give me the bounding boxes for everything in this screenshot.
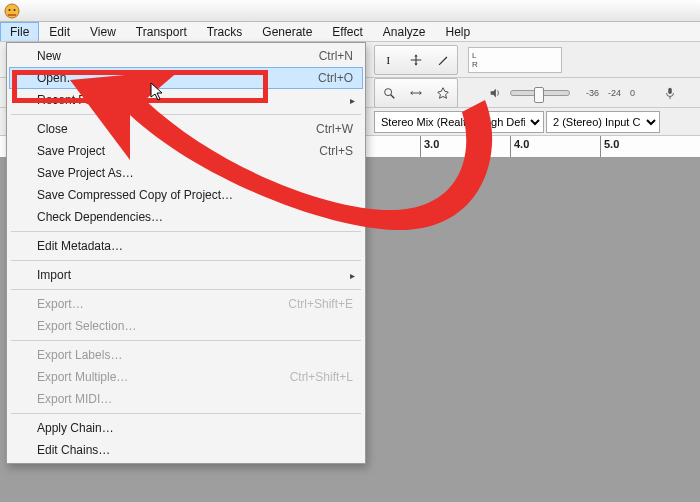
menu-analyze[interactable]: Analyze bbox=[373, 22, 436, 41]
file-menu-item[interactable]: Save ProjectCtrl+S bbox=[9, 140, 363, 162]
menu-item-label: Open… bbox=[37, 71, 78, 85]
svg-point-4 bbox=[385, 88, 392, 95]
multi-tool-icon[interactable] bbox=[430, 80, 456, 106]
menu-effect[interactable]: Effect bbox=[322, 22, 372, 41]
file-menu-item[interactable]: Save Project As… bbox=[9, 162, 363, 184]
titlebar bbox=[0, 0, 700, 22]
input-device-select[interactable]: Stereo Mix (Realtek High Definit bbox=[374, 111, 544, 133]
menu-separator bbox=[11, 231, 361, 232]
menu-item-label: Import bbox=[37, 268, 71, 282]
svg-line-5 bbox=[391, 94, 395, 98]
svg-rect-6 bbox=[668, 87, 672, 93]
menu-item-label: Export Multiple… bbox=[37, 370, 128, 384]
ruler-tick: 4.0 bbox=[514, 138, 529, 150]
menu-item-label: Export Selection… bbox=[37, 319, 136, 333]
menu-separator bbox=[11, 260, 361, 261]
menu-edit[interactable]: Edit bbox=[39, 22, 80, 41]
meter-left-label: L bbox=[472, 51, 561, 60]
menu-separator bbox=[11, 114, 361, 115]
tool-group-zoom bbox=[374, 78, 458, 108]
zoom-tool-icon[interactable] bbox=[376, 80, 402, 106]
file-menu-item[interactable]: Edit Chains… bbox=[9, 439, 363, 461]
file-menu-item[interactable]: CloseCtrl+W bbox=[9, 118, 363, 140]
menubar: File Edit View Transport Tracks Generate… bbox=[0, 22, 700, 42]
envelope-tool-icon[interactable] bbox=[403, 47, 429, 73]
menu-separator bbox=[11, 340, 361, 341]
file-menu-item[interactable]: Check Dependencies… bbox=[9, 206, 363, 228]
menu-view[interactable]: View bbox=[80, 22, 126, 41]
svg-point-2 bbox=[14, 9, 16, 11]
menu-item-label: Save Project bbox=[37, 144, 105, 158]
menu-item-label: Edit Chains… bbox=[37, 443, 110, 457]
menu-generate[interactable]: Generate bbox=[252, 22, 322, 41]
menu-item-shortcut: Ctrl+S bbox=[319, 144, 353, 158]
draw-tool-icon[interactable] bbox=[430, 47, 456, 73]
file-dropdown: NewCtrl+NOpen…Ctrl+ORecent FilesCloseCtr… bbox=[6, 42, 366, 464]
microphone-icon bbox=[657, 80, 683, 106]
menu-item-label: Save Project As… bbox=[37, 166, 134, 180]
file-menu-item[interactable]: Apply Chain… bbox=[9, 417, 363, 439]
db-tick: -36 bbox=[586, 88, 599, 98]
output-volume-icon bbox=[482, 80, 508, 106]
file-menu-item[interactable]: Edit Metadata… bbox=[9, 235, 363, 257]
output-volume-slider[interactable] bbox=[510, 90, 570, 96]
menu-tracks[interactable]: Tracks bbox=[197, 22, 253, 41]
menu-help[interactable]: Help bbox=[436, 22, 481, 41]
file-menu-item[interactable]: NewCtrl+N bbox=[9, 45, 363, 67]
menu-item-label: Export… bbox=[37, 297, 84, 311]
selection-tool-icon[interactable]: I bbox=[376, 47, 402, 73]
db-tick: 0 bbox=[630, 88, 635, 98]
db-scale: -36 -24 0 bbox=[582, 88, 639, 98]
meter-box[interactable]: L R bbox=[468, 47, 562, 73]
file-menu-item[interactable]: Save Compressed Copy of Project… bbox=[9, 184, 363, 206]
menu-item-label: Export MIDI… bbox=[37, 392, 112, 406]
input-channels-select[interactable]: 2 (Stereo) Input C bbox=[546, 111, 660, 133]
menu-item-shortcut: Ctrl+O bbox=[318, 71, 353, 85]
file-menu-item: Export Multiple…Ctrl+Shift+L bbox=[9, 366, 363, 388]
file-menu-item[interactable]: Import bbox=[9, 264, 363, 286]
menu-transport[interactable]: Transport bbox=[126, 22, 197, 41]
app-icon bbox=[4, 3, 20, 19]
menu-item-shortcut: Ctrl+N bbox=[319, 49, 353, 63]
ruler-tick: 3.0 bbox=[424, 138, 439, 150]
file-menu-item: Export…Ctrl+Shift+E bbox=[9, 293, 363, 315]
meter-right-label: R bbox=[472, 60, 561, 69]
menu-item-shortcut: Ctrl+Shift+L bbox=[290, 370, 353, 384]
file-menu-item: Export Labels… bbox=[9, 344, 363, 366]
file-menu-item[interactable]: Open…Ctrl+O bbox=[9, 67, 363, 89]
tool-group-edit: I bbox=[374, 45, 458, 75]
menu-item-label: Close bbox=[37, 122, 68, 136]
file-menu-item: Export Selection… bbox=[9, 315, 363, 337]
menu-item-shortcut: Ctrl+Shift+E bbox=[288, 297, 353, 311]
menu-item-label: Edit Metadata… bbox=[37, 239, 123, 253]
db-tick: -24 bbox=[608, 88, 621, 98]
svg-point-1 bbox=[9, 9, 11, 11]
file-menu-item[interactable]: Recent Files bbox=[9, 89, 363, 111]
menu-separator bbox=[11, 413, 361, 414]
menu-item-label: Export Labels… bbox=[37, 348, 122, 362]
menu-item-label: Check Dependencies… bbox=[37, 210, 163, 224]
svg-text:I: I bbox=[386, 54, 390, 65]
menu-item-shortcut: Ctrl+W bbox=[316, 122, 353, 136]
timeshift-tool-icon[interactable] bbox=[403, 80, 429, 106]
menu-item-label: Recent Files bbox=[37, 93, 104, 107]
menu-item-label: Apply Chain… bbox=[37, 421, 114, 435]
menu-item-label: Save Compressed Copy of Project… bbox=[37, 188, 233, 202]
file-menu-item: Export MIDI… bbox=[9, 388, 363, 410]
menu-file[interactable]: File bbox=[0, 22, 39, 41]
menu-separator bbox=[11, 289, 361, 290]
ruler-tick: 5.0 bbox=[604, 138, 619, 150]
menu-item-label: New bbox=[37, 49, 61, 63]
